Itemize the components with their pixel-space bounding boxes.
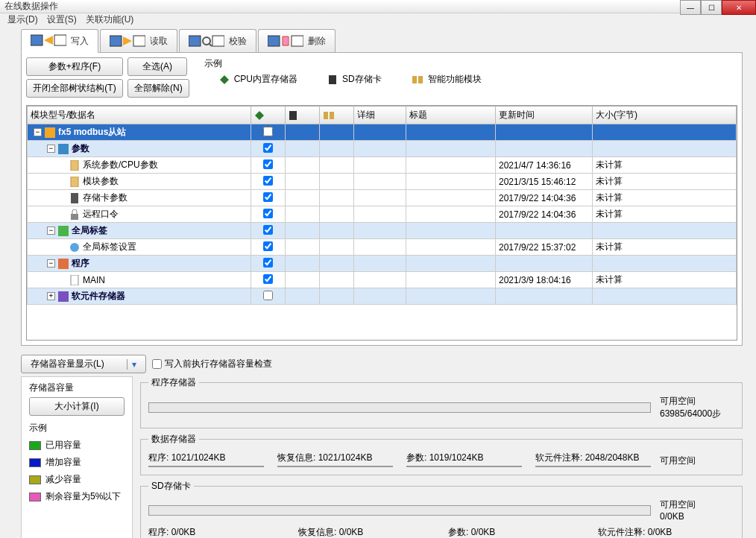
menu-display[interactable]: 显示(D) [7, 13, 38, 26]
row-program[interactable]: −程序 [28, 256, 737, 272]
select-all-button[interactable]: 全选(A) [127, 57, 187, 76]
file-icon [69, 160, 80, 171]
tab-verify-label: 校验 [229, 35, 247, 48]
params-icon [58, 144, 69, 154]
swatch-remain5 [29, 493, 41, 501]
menu-related[interactable]: 关联功能(U) [86, 13, 134, 26]
legend-smart: 智能功能模块 [412, 73, 482, 86]
chk-mod[interactable] [263, 176, 273, 186]
expander-icon[interactable]: − [34, 128, 42, 136]
svg-rect-26 [71, 214, 78, 220]
precheck-checkbox[interactable] [152, 359, 162, 369]
expander-icon[interactable]: − [47, 259, 55, 268]
deselect-all-button[interactable]: 全部解除(N) [127, 79, 189, 98]
swatch-added [29, 458, 41, 467]
capacity-header: 存储器容量 [29, 382, 125, 394]
col-detail[interactable]: 详细 [354, 107, 406, 124]
precheck-label[interactable]: 写入前执行存储器容量检查 [152, 358, 272, 370]
svg-rect-19 [324, 112, 328, 119]
chk-glset[interactable] [263, 241, 273, 251]
chk-sys[interactable] [263, 159, 273, 169]
legend-title: 示例 [204, 57, 737, 70]
storage-display-button[interactable]: 存储器容量显示(L) ▾ [21, 355, 146, 373]
svg-rect-21 [45, 127, 55, 138]
tab-write-label: 写入 [71, 35, 89, 48]
expander-icon[interactable]: − [47, 227, 55, 235]
verify-icon [189, 34, 224, 50]
svg-marker-13 [220, 75, 229, 84]
expander-icon[interactable]: − [47, 145, 55, 153]
program-icon [58, 259, 69, 269]
delete-icon [268, 34, 303, 50]
param-program-button[interactable]: 参数+程序(F) [26, 57, 123, 76]
col-title[interactable]: 标题 [406, 107, 496, 124]
tab-write[interactable]: 写入 [21, 29, 98, 53]
row-mod-params[interactable]: 模块参数 2021/3/15 15:46:12未计算 [28, 174, 737, 190]
chk-main[interactable] [263, 274, 273, 284]
row-params[interactable]: −参数 [28, 141, 737, 157]
write-icon [31, 33, 66, 49]
svg-rect-31 [58, 291, 69, 302]
svg-rect-3 [110, 36, 122, 46]
col-name[interactable]: 模块型号/数据名 [28, 107, 251, 124]
menu-settings[interactable]: 设置(S) [47, 13, 77, 26]
swatch-used [29, 441, 41, 450]
maximize-button[interactable]: ☐ [701, 0, 722, 15]
svg-rect-9 [212, 36, 224, 46]
svg-rect-12 [292, 36, 303, 46]
chk-root[interactable] [263, 127, 273, 136]
label-icon [58, 226, 69, 236]
svg-rect-0 [31, 35, 42, 45]
toggle-tree-button[interactable]: 开闭全部树状结构(T) [26, 79, 123, 98]
chk-params[interactable] [263, 143, 273, 153]
row-device-mem[interactable]: +软元件存储器 [28, 288, 737, 305]
expander-icon[interactable]: + [47, 292, 55, 300]
svg-marker-11 [283, 37, 289, 45]
menubar: 显示(D) 设置(S) 关联功能(U) [0, 13, 756, 26]
col-size[interactable]: 大小(字节) [593, 107, 737, 124]
svg-rect-18 [289, 111, 297, 120]
chk-remote[interactable] [263, 209, 273, 218]
chk-mem[interactable] [263, 291, 273, 300]
legend-sdcard: SD存储卡 [327, 73, 382, 86]
tab-read-label: 读取 [150, 35, 168, 48]
col-module[interactable] [320, 107, 354, 124]
svg-point-28 [70, 243, 79, 252]
svg-rect-20 [330, 112, 334, 119]
swatch-reduced [29, 475, 41, 484]
calc-size-button[interactable]: 大小计算(I) [29, 397, 125, 416]
row-sys-params[interactable]: 系统参数/CPU参数 2021/4/7 14:36:16未计算 [28, 157, 737, 174]
tab-verify[interactable]: 校验 [179, 29, 256, 53]
progress-bar [277, 466, 393, 467]
tab-read[interactable]: 读取 [100, 29, 177, 53]
row-root[interactable]: −fx5 modbus从站 [28, 124, 737, 141]
row-remote[interactable]: 远程口令 2017/9/22 14:04:36未计算 [28, 206, 737, 223]
row-main[interactable]: MAIN 2021/3/9 18:04:16未计算 [28, 272, 737, 288]
tab-delete[interactable]: 删除 [258, 29, 336, 53]
main-panel: 参数+程序(F) 全选(A) 开闭全部树状结构(T) 全部解除(N) 示例 CP… [21, 52, 743, 346]
svg-rect-2 [54, 35, 66, 45]
chk-sdp[interactable] [263, 192, 273, 202]
svg-rect-16 [418, 76, 423, 83]
globe-icon [69, 242, 80, 253]
col-updated[interactable]: 更新时间 [496, 107, 593, 124]
chevron-down-icon: ▾ [127, 359, 136, 370]
module-icon [412, 75, 423, 85]
chk-prog[interactable] [263, 258, 273, 268]
sd-icon [327, 75, 338, 85]
minimize-button[interactable]: — [680, 0, 701, 15]
close-button[interactable]: ✕ [722, 0, 756, 15]
col-chip[interactable] [251, 107, 286, 124]
data-grid[interactable]: 模块型号/数据名 详细 标题 更新时间 大小(字节) −fx5 modbus从站… [26, 105, 737, 341]
capacity-legend: 存储器容量 大小计算(I) 示例 已用容量 增加容量 减少容量 剩余容量为5%以… [21, 376, 133, 538]
row-sd-params[interactable]: 存储卡参数 2017/9/22 14:04:36未计算 [28, 190, 737, 206]
row-global-label[interactable]: −全局标签 [28, 223, 737, 239]
row-global-label-set[interactable]: 全局标签设置 2017/9/22 15:37:02未计算 [28, 239, 737, 256]
progress-bar [148, 505, 651, 516]
titlebar: 在线数据操作 — ☐ ✕ [0, 0, 756, 13]
svg-rect-15 [412, 76, 417, 83]
chk-gl[interactable] [263, 225, 273, 235]
chip-icon [219, 75, 230, 85]
col-sd[interactable] [286, 107, 320, 124]
ladder-icon [69, 275, 80, 285]
